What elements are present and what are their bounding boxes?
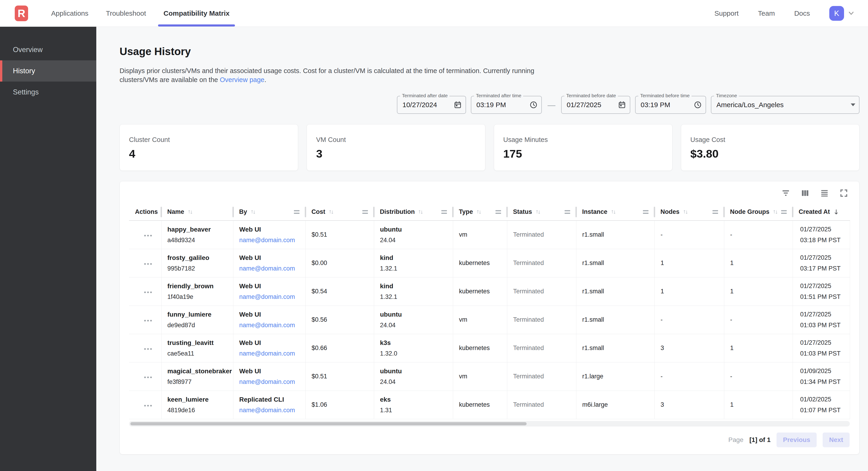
column-header-actions: Actions (129, 203, 161, 220)
sort-icon[interactable] (187, 209, 193, 215)
created-by-email-link[interactable]: name@domain.com (239, 348, 306, 359)
stat-value: 3 (316, 147, 476, 160)
previous-page-button[interactable]: Previous (777, 433, 817, 447)
created-by-email-link[interactable]: name@domain.com (239, 235, 306, 246)
column-label: Distribution (380, 208, 415, 215)
top-navigation: R Applications Troubleshoot Compatibilit… (0, 0, 868, 27)
terminated-after-date-input[interactable]: Terminated after date 10/27/2024 (397, 96, 466, 114)
page-description: Displays prior clusters/VMs and their as… (120, 66, 558, 84)
created-by-email-link[interactable]: name@domain.com (239, 292, 306, 302)
calendar-icon[interactable] (454, 101, 462, 109)
nav-link-docs[interactable]: Docs (794, 9, 810, 17)
page-value: [1] of 1 (749, 436, 771, 444)
row-actions-button[interactable] (143, 318, 153, 324)
distribution-version: 1.32.0 (380, 348, 453, 359)
sort-desc-icon[interactable] (833, 209, 840, 215)
distribution-version: 1.32.1 (380, 292, 453, 302)
row-actions-button[interactable] (143, 403, 153, 409)
sort-icon[interactable] (417, 209, 424, 215)
column-header-distribution[interactable]: Distribution (374, 203, 453, 220)
column-drag-handle[interactable] (781, 210, 787, 214)
column-header-instance[interactable]: Instance (576, 203, 654, 220)
column-drag-handle[interactable] (294, 210, 300, 214)
node-groups-cell: - (724, 362, 793, 390)
sort-icon[interactable] (328, 209, 335, 215)
status-cell: Terminated (507, 362, 576, 390)
chevron-down-icon[interactable] (847, 9, 855, 17)
created-by-email-link[interactable]: name@domain.com (239, 320, 306, 331)
timezone-select[interactable]: Timezone America/Los_Angeles (711, 96, 860, 114)
column-header-created-at[interactable]: Created At (793, 203, 850, 220)
account-menu[interactable]: K (829, 6, 855, 21)
row-actions-button[interactable] (143, 233, 153, 239)
column-header-status[interactable]: Status (507, 203, 576, 220)
stat-card-cluster-count: Cluster Count 4 (120, 124, 298, 171)
nav-link-team[interactable]: Team (758, 9, 775, 17)
terminated-after-time-value: 03:19 PM (476, 101, 506, 109)
terminated-before-time-input[interactable]: Terminated before time 03:19 PM (635, 96, 706, 114)
created-by-email-link[interactable]: name@domain.com (239, 377, 306, 387)
columns-icon[interactable] (800, 188, 810, 198)
sort-icon[interactable] (535, 209, 541, 215)
sidebar-item-overview[interactable]: Overview (0, 39, 96, 60)
nav-link-support[interactable]: Support (714, 9, 739, 17)
column-header-nodes[interactable]: Nodes (654, 203, 724, 220)
filter-icon[interactable] (780, 188, 791, 198)
tab-applications[interactable]: Applications (45, 0, 94, 27)
column-label: Name (167, 208, 184, 215)
sidebar-item-settings[interactable]: Settings (0, 82, 96, 103)
sort-icon[interactable] (772, 209, 779, 215)
density-icon[interactable] (819, 188, 830, 198)
column-header-cost[interactable]: Cost (306, 203, 374, 220)
column-header-name[interactable]: Name (161, 203, 233, 220)
horizontal-scrollbar-track[interactable] (129, 421, 850, 426)
clock-icon[interactable] (529, 101, 538, 109)
replicated-logo[interactable]: R (15, 5, 28, 21)
created-date: 01/27/2025 (800, 337, 850, 348)
terminated-after-time-input[interactable]: Terminated after time 03:19 PM (471, 96, 542, 114)
nodes-cell: 1 (654, 277, 724, 305)
column-drag-handle[interactable] (362, 210, 368, 214)
created-date: 01/27/2025 (800, 252, 850, 263)
tab-compatibility-matrix[interactable]: Compatibility Matrix (158, 0, 235, 27)
avatar[interactable]: K (829, 6, 844, 21)
column-header-by[interactable]: By (233, 203, 306, 220)
page-description-period: . (265, 76, 266, 83)
horizontal-scrollbar-thumb[interactable] (130, 422, 527, 425)
column-drag-handle[interactable] (643, 210, 648, 214)
terminated-before-date-label: Terminated before date (564, 93, 618, 98)
dropdown-caret-icon[interactable] (851, 104, 855, 106)
overview-page-link[interactable]: Overview page (220, 76, 264, 83)
sort-icon[interactable] (476, 209, 482, 215)
column-drag-handle[interactable] (713, 210, 718, 214)
cluster-name: friendly_brown (167, 281, 233, 292)
table-row: funny_lumierede9ed87d Web UIname@domain.… (129, 305, 850, 334)
sort-icon[interactable] (250, 209, 256, 215)
cluster-name: trusting_leavitt (167, 337, 233, 348)
tab-troubleshoot[interactable]: Troubleshoot (100, 0, 152, 27)
sidebar-item-history[interactable]: History (0, 60, 96, 82)
created-by: Replicated CLI (239, 394, 306, 405)
cost-cell: $0.00 (306, 249, 374, 277)
clock-icon[interactable] (693, 101, 702, 109)
row-actions-button[interactable] (143, 346, 153, 352)
sort-icon[interactable] (610, 209, 617, 215)
row-actions-button[interactable] (143, 374, 153, 380)
next-page-button[interactable]: Next (823, 433, 849, 447)
sort-icon[interactable] (682, 209, 689, 215)
column-header-type[interactable]: Type (453, 203, 507, 220)
column-drag-handle[interactable] (441, 210, 447, 214)
node-groups-cell: 1 (724, 334, 793, 362)
column-drag-handle[interactable] (496, 210, 501, 214)
created-by-email-link[interactable]: name@domain.com (239, 405, 306, 416)
stat-card-usage-cost: Usage Cost $3.80 (681, 124, 860, 171)
column-header-node-groups[interactable]: Node Groups (724, 203, 793, 220)
fullscreen-icon[interactable] (838, 188, 849, 198)
created-by-email-link[interactable]: name@domain.com (239, 263, 306, 274)
row-actions-button[interactable] (143, 261, 153, 267)
status-cell: Terminated (507, 249, 576, 277)
calendar-icon[interactable] (618, 101, 626, 109)
column-drag-handle[interactable] (565, 210, 570, 214)
terminated-before-date-input[interactable]: Terminated before date 01/27/2025 (561, 96, 630, 114)
row-actions-button[interactable] (143, 289, 153, 295)
